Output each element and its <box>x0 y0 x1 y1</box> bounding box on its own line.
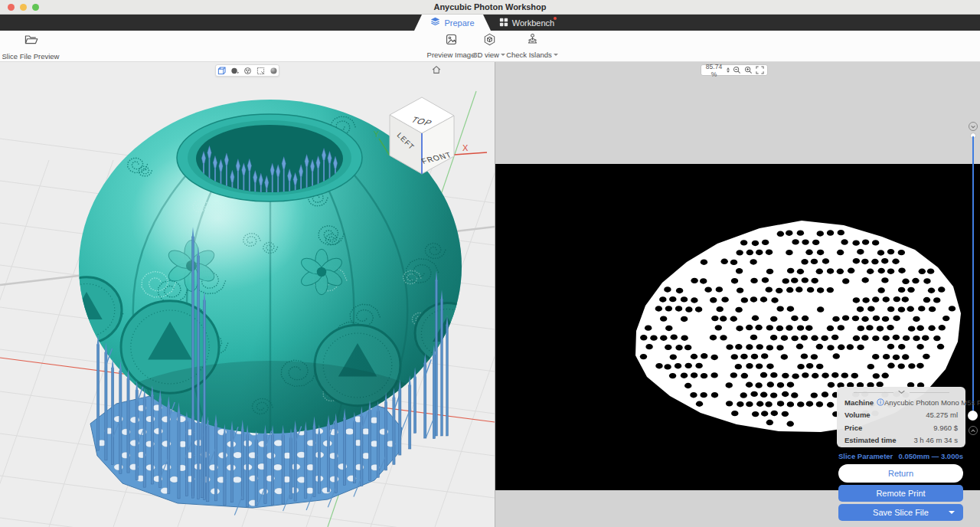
layer-slider-track[interactable] <box>972 136 974 415</box>
tab-prepare[interactable]: Prepare <box>414 15 491 31</box>
slice-parameter-label[interactable]: Slice Parameter <box>838 452 893 460</box>
sphere-icon[interactable] <box>270 67 278 75</box>
zoom-value[interactable]: 85.74 % <box>704 63 724 78</box>
save-slice-file-button[interactable]: Save Slice File <box>838 504 963 521</box>
layers-icon <box>430 17 440 28</box>
volume-label: Volume <box>844 411 871 419</box>
image-icon <box>445 33 458 49</box>
main-toolbar: Slice File Preview Preview Image 3D view… <box>0 31 980 62</box>
workbench-grid-icon <box>499 18 508 28</box>
price-label: Price <box>844 424 862 432</box>
chevron-up-icon <box>972 430 975 431</box>
content-area: TOP LEFT FRONT Y X 85.74 % <box>0 62 980 527</box>
3d-view-icon <box>483 33 496 49</box>
notification-dot <box>554 17 557 20</box>
zoom-stepper[interactable] <box>727 67 730 74</box>
volume-value: 45.275 ml <box>926 411 958 419</box>
machine-label: Machine <box>844 398 874 407</box>
estimated-time-value: 3 h 46 m 34 s <box>913 436 958 444</box>
stepper-down-icon[interactable] <box>727 70 730 73</box>
info-row-machine: Machine Anycubic Photon Mono M5s Pro <box>837 396 965 409</box>
tab-prepare-label: Prepare <box>444 18 474 28</box>
tab-workbench[interactable]: Workbench <box>494 15 560 31</box>
estimated-time-label: Estimated time <box>844 436 897 444</box>
remote-print-button[interactable]: Remote Print <box>838 485 963 502</box>
slice-viewport[interactable]: 85.74 % <box>495 62 980 527</box>
folder-icon <box>23 32 39 51</box>
price-value: 9.960 $ <box>933 424 958 432</box>
home-icon <box>431 64 442 75</box>
3d-view-label: 3D view <box>473 51 499 59</box>
slice-parameter-row[interactable]: Slice Parameter 0.050mm — 3.000s <box>838 450 963 462</box>
select-region-icon[interactable] <box>256 67 265 75</box>
info-row-estimated-time: Estimated time 3 h 46 m 34 s <box>837 434 965 447</box>
zoom-out-button[interactable] <box>733 66 741 74</box>
slider-bottom-button[interactable] <box>969 426 978 435</box>
axis-x-label: X <box>462 143 469 152</box>
check-islands-label: Check Islands <box>506 51 552 59</box>
stepper-up-icon[interactable] <box>727 67 730 70</box>
view-cube[interactable]: TOP LEFT FRONT Y X <box>372 90 495 186</box>
save-slice-file-label: Save Slice File <box>873 508 929 517</box>
chevron-down-icon <box>898 391 904 393</box>
chevron-down-icon <box>554 54 558 56</box>
anycubic-photon-workshop-window: Anycubic Photon Workshop Prepare Workben… <box>0 0 980 527</box>
fit-view-button[interactable] <box>756 66 764 74</box>
slice-file-preview-button[interactable]: Slice File Preview <box>3 31 58 61</box>
collapse-panel-button[interactable] <box>837 388 965 396</box>
print-info-panel: Machine Anycubic Photon Mono M5s Pro Vol… <box>837 387 965 447</box>
return-button[interactable]: Return <box>838 464 963 483</box>
slice-parameter-value: 0.050mm — 3.000s <box>898 452 963 460</box>
check-islands-icon <box>526 33 539 49</box>
slider-top-button[interactable] <box>969 122 978 131</box>
support-view-icon[interactable] <box>243 67 252 75</box>
perspective-view-icon[interactable] <box>217 67 226 75</box>
save-dropdown-caret[interactable] <box>949 511 955 514</box>
info-row-volume: Volume 45.275 ml <box>837 409 965 422</box>
check-islands-button[interactable]: Check Islands <box>504 31 560 61</box>
chevron-down-icon <box>972 126 975 127</box>
machine-value: Anycubic Photon Mono M5s Pro <box>884 398 980 407</box>
titlebar: Anycubic Photon Workshop <box>0 0 980 15</box>
slice-file-preview-label: Slice File Preview <box>2 52 60 61</box>
reset-view-button[interactable] <box>430 63 443 77</box>
view-mode-toolbar <box>215 64 279 77</box>
info-row-price: Price 9.960 $ <box>837 421 965 434</box>
machine-info-icon[interactable] <box>877 398 884 406</box>
axis-y-label: Y <box>374 129 380 139</box>
tab-workbench-label: Workbench <box>512 18 554 28</box>
layer-slider-handle[interactable] <box>968 411 978 421</box>
zoom-toolbar: 85.74 % <box>701 64 768 76</box>
model-viewport[interactable]: TOP LEFT FRONT Y X <box>0 62 495 527</box>
window-title: Anycubic Photon Workshop <box>0 2 980 11</box>
zoom-in-button[interactable] <box>744 66 753 74</box>
shaded-model-icon[interactable] <box>230 67 239 75</box>
tab-bar: Prepare Workbench <box>0 15 980 31</box>
